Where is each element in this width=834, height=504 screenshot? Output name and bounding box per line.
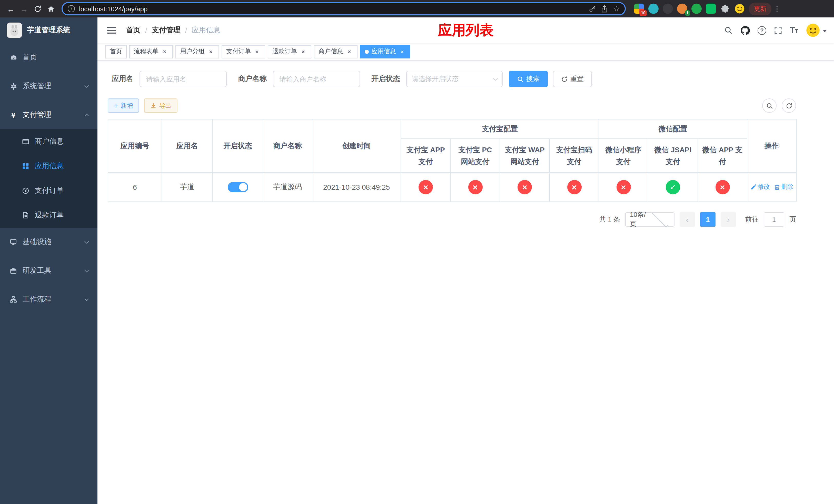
cell-app-name: 芋道 xyxy=(162,173,213,202)
extension-avatar-icon[interactable]: 1 xyxy=(677,4,687,14)
dashboard-icon xyxy=(9,53,18,61)
tab-close-icon[interactable] xyxy=(161,48,168,55)
status-cross-icon xyxy=(419,180,433,194)
tab-label: 流程表单 xyxy=(134,47,158,56)
extension-green-circle-icon[interactable] xyxy=(692,4,702,14)
delete-link[interactable]: 删除 xyxy=(774,183,793,191)
fullscreen-icon[interactable] xyxy=(774,26,782,35)
share-icon[interactable] xyxy=(601,5,608,13)
browser-profile-avatar[interactable] xyxy=(734,4,745,14)
extensions-puzzle-icon[interactable] xyxy=(720,4,730,14)
cell-status xyxy=(213,173,263,202)
toggle-search-button[interactable] xyxy=(762,98,776,113)
tab-close-icon[interactable] xyxy=(398,48,406,55)
extension-dark-icon[interactable] xyxy=(663,4,673,14)
breadcrumb-separator: / xyxy=(145,26,147,35)
sidebar-item-system[interactable]: 系统管理 xyxy=(0,72,97,100)
col-header-wechat-lite: 微信小程序支付 xyxy=(599,139,648,173)
browser-toolbar: localhost:1024/pay/app 10 1 xyxy=(0,0,834,18)
reset-button[interactable]: 重置 xyxy=(553,71,592,87)
tab-close-icon[interactable] xyxy=(207,48,214,55)
breadcrumb-home[interactable]: 首页 xyxy=(126,26,140,35)
sidebar-item-label: 工作流程 xyxy=(23,295,51,304)
browser-forward-icon[interactable] xyxy=(18,2,31,15)
sidebar-item-label: 首页 xyxy=(23,53,37,62)
add-button[interactable]: 新增 xyxy=(108,98,139,113)
next-page-button[interactable] xyxy=(721,212,736,227)
goto-page-input[interactable] xyxy=(764,212,784,227)
site-info-icon[interactable] xyxy=(68,5,75,12)
page-size-select[interactable]: 10条/页 xyxy=(625,212,675,227)
tab-app-info[interactable]: 应用信息 xyxy=(360,45,410,58)
tab-user-group[interactable]: 用户分组 xyxy=(175,45,219,58)
font-size-icon[interactable] xyxy=(790,26,798,35)
chevron-down-icon xyxy=(652,210,668,227)
extension-drop-icon[interactable] xyxy=(648,4,659,14)
browser-home-icon[interactable] xyxy=(44,2,58,15)
sidebar-item-workflow[interactable]: 工作流程 xyxy=(0,285,97,314)
tab-refund-orders[interactable]: 退款订单 xyxy=(268,45,311,58)
search-icon[interactable] xyxy=(724,26,732,35)
hamburger-icon[interactable] xyxy=(105,23,120,38)
col-header-app-id: 应用编号 xyxy=(108,119,162,173)
sidebar-item-payment[interactable]: 支付管理 xyxy=(0,100,97,129)
edit-link[interactable]: 修改 xyxy=(750,183,770,191)
status-toggle[interactable] xyxy=(227,182,248,192)
navbar: 首页 / 支付管理 / 应用信息 应用列表 xyxy=(97,18,834,43)
col-header-actions: 操作 xyxy=(747,119,796,173)
tab-process-form[interactable]: 流程表单 xyxy=(129,45,173,58)
tab-close-icon[interactable] xyxy=(254,48,261,55)
sidebar-item-label: 基础设施 xyxy=(23,237,51,247)
user-avatar[interactable] xyxy=(806,23,827,38)
tab-close-icon[interactable] xyxy=(300,48,307,55)
browser-back-icon[interactable] xyxy=(4,2,18,15)
pagination-total: 共 1 条 xyxy=(599,215,620,224)
merchant-name-input[interactable] xyxy=(273,71,360,87)
cell-app-id: 6 xyxy=(108,173,162,202)
sidebar-item-dev-tools[interactable]: 研发工具 xyxy=(0,256,97,285)
monitor-icon xyxy=(9,238,18,246)
export-button[interactable]: 导出 xyxy=(144,98,177,113)
tab-pay-orders[interactable]: 支付订单 xyxy=(222,45,265,58)
payment-submenu: 商户信息 应用信息 支付订单 xyxy=(0,129,97,228)
status-select[interactable]: 请选择开启状态 xyxy=(406,71,503,87)
page-1-button[interactable]: 1 xyxy=(700,212,716,227)
extension-green-square-icon[interactable] xyxy=(706,4,716,14)
tab-merchant-info[interactable]: 商户信息 xyxy=(314,45,357,58)
sidebar-item-infrastructure[interactable]: 基础设施 xyxy=(0,228,97,256)
col-header-wechat-jsapi: 微信 JSAPI 支付 xyxy=(648,139,698,173)
status-cross-icon xyxy=(518,180,532,194)
search-form: 应用名 商户名称 开启状态 请选择开启状态 搜索 重置 xyxy=(108,71,824,87)
prev-page-button[interactable] xyxy=(680,212,695,227)
sidebar-item-merchant-info[interactable]: 商户信息 xyxy=(0,129,97,154)
breadcrumb-section[interactable]: 支付管理 xyxy=(152,26,180,35)
sidebar-item-app-info[interactable]: 应用信息 xyxy=(0,154,97,178)
app-name-input[interactable] xyxy=(139,71,227,87)
sidebar-item-home[interactable]: 首页 xyxy=(0,43,97,72)
chevron-down-icon xyxy=(85,297,89,301)
search-button[interactable]: 搜索 xyxy=(509,71,548,87)
sidebar-item-label: 研发工具 xyxy=(23,266,51,275)
sidebar-item-label: 应用信息 xyxy=(35,161,64,171)
sidebar-item-pay-orders[interactable]: 支付订单 xyxy=(0,178,97,203)
tab-home[interactable]: 首页 xyxy=(105,45,127,58)
workflow-icon xyxy=(9,296,18,303)
browser-reload-icon[interactable] xyxy=(31,2,44,15)
github-icon[interactable] xyxy=(740,25,750,35)
sidebar-item-label: 支付管理 xyxy=(23,110,51,119)
browser-menu-icon[interactable] xyxy=(771,5,783,13)
sidebar-logo-row[interactable]: 芋道管理系统 xyxy=(0,18,97,43)
logo-avatar xyxy=(7,23,22,38)
extension-blocks-icon[interactable]: 10 xyxy=(634,4,644,14)
bookmark-star-icon[interactable] xyxy=(613,4,620,13)
address-bar[interactable]: localhost:1024/pay/app xyxy=(62,2,626,15)
help-icon[interactable] xyxy=(758,26,766,35)
col-group-alipay: 支付宝配置 xyxy=(401,119,599,139)
tab-close-icon[interactable] xyxy=(346,48,353,55)
password-key-icon[interactable] xyxy=(589,5,596,12)
breadcrumb-current: 应用信息 xyxy=(192,26,221,35)
sidebar-item-refund-orders[interactable]: 退款订单 xyxy=(0,203,97,228)
browser-update-button[interactable]: 更新 xyxy=(749,2,771,15)
refresh-table-button[interactable] xyxy=(782,98,796,113)
status-cross-icon xyxy=(715,180,730,194)
